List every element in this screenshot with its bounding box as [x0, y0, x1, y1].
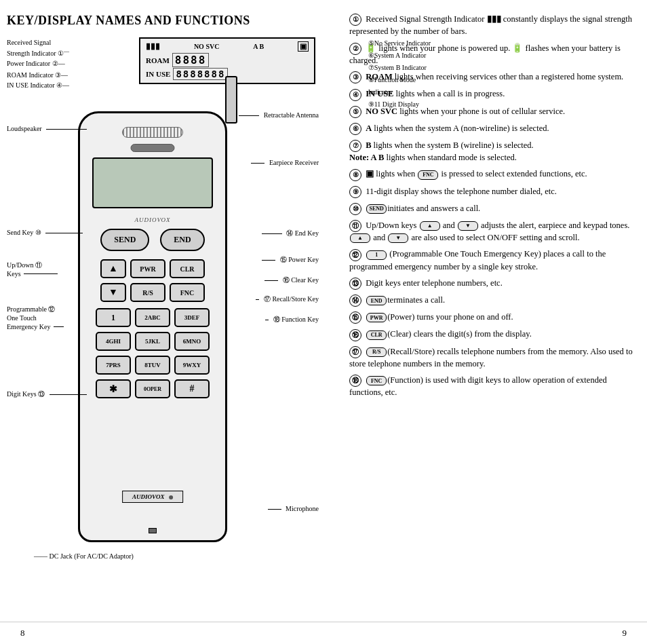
- label-11digit: ⑨11 Digit Display: [368, 98, 431, 111]
- end-button[interactable]: END: [160, 229, 204, 251]
- label-system-a: ⑥System A Indicator: [368, 50, 431, 62]
- label-clear-key: ⑯ Clear Key: [264, 276, 319, 285]
- left-column: KEY/DISPLAY NAMES AND FUNCTIONS Received…: [7, 14, 332, 615]
- key-2[interactable]: 2ABC: [135, 308, 170, 327]
- fnc-icon-8: FNC: [418, 170, 438, 180]
- rs-icon-17: R/S: [366, 347, 387, 357]
- desc-item-10: ⑩ SENDinitiates and answers a call.: [346, 203, 640, 215]
- up-icon-11: ▲: [420, 221, 440, 231]
- item-num-17: ⑰: [349, 346, 361, 358]
- key-star[interactable]: ✱: [96, 379, 131, 398]
- roam-display: ROAM: [146, 56, 170, 64]
- ab-indicator: A B: [253, 43, 264, 50]
- item-num-3: ③: [349, 71, 361, 83]
- microphone-label: AUDIOVOX: [122, 491, 183, 503]
- label-earpiece: Earpiece Receiver: [251, 159, 319, 166]
- label-power-indicator: Power Indicator ②—: [7, 58, 69, 69]
- key-rs[interactable]: R/S: [130, 283, 165, 302]
- send-button[interactable]: SEND: [100, 229, 149, 251]
- page-numbers: 8 9: [0, 622, 647, 644]
- display-right-labels: ⑤No Service Indicator ⑥System A Indicato…: [368, 37, 431, 111]
- end-icon-14: END: [366, 296, 387, 305]
- item-num-6: ⑥: [349, 123, 361, 135]
- one-icon-12: 1: [366, 250, 387, 260]
- item-num-2: ②: [349, 43, 361, 55]
- fnc-icon-18: FNC: [366, 376, 387, 385]
- keypad-row-5: 7PRS 8TUV 9WXY: [87, 356, 218, 375]
- seg-display-top: 8888: [172, 53, 210, 67]
- item-num-5: ⑤: [349, 106, 361, 118]
- pwr-icon-15: PWR: [366, 313, 387, 322]
- key-9[interactable]: 9WXY: [174, 356, 210, 375]
- signal-icon: ▮▮▮: [146, 41, 160, 52]
- audiovox-brand: AUDIOVOX: [132, 493, 165, 500]
- desc-item-7: ⑦ B lights when the system B (wireline) …: [346, 140, 640, 164]
- label-power-key: ⑮ Power Key: [262, 255, 319, 265]
- label-updown: Up/Down ⑪ Keys: [7, 261, 58, 278]
- desc-item-1: ① Received Signal Strength Indicator ▮▮▮…: [346, 14, 640, 38]
- key-5[interactable]: 5JKL: [135, 332, 170, 351]
- key-arrow-up[interactable]: ▲: [100, 259, 126, 278]
- key-1[interactable]: 1: [96, 308, 131, 327]
- send-icon-10: SEND: [366, 204, 387, 214]
- seg-display-bottom: 8888888: [173, 68, 228, 80]
- label-microphone: Microphone: [268, 505, 319, 512]
- item-num-10: ⑩: [349, 203, 361, 215]
- mic-dot: [169, 495, 173, 499]
- keypad-row-2: ▼ R/S FNC: [87, 283, 218, 302]
- key-arrow-down[interactable]: ▼: [100, 283, 126, 302]
- item-num-1: ①: [349, 14, 361, 26]
- label-loudspeaker: Loudspeaker: [7, 125, 87, 132]
- label-end-key: ⑭ End Key: [262, 229, 319, 238]
- item-num-8: ⑧: [349, 169, 361, 181]
- key-6[interactable]: 6MNO: [174, 332, 210, 351]
- display-row-top: ▮▮▮ NO SVC A B ▣: [143, 41, 311, 52]
- page-number-right: 9: [623, 628, 627, 639]
- label-no-svc: ⑤No Service Indicator: [368, 37, 431, 50]
- desc-item-15: ⑮ PWR(Power) turns your phone on and off…: [346, 311, 640, 324]
- desc-item-13: ⑬ Digit keys enter telephone numbers, et…: [346, 278, 640, 290]
- display-row-middle: ROAM 8888: [143, 53, 311, 67]
- item-num-9: ⑨: [349, 186, 361, 198]
- key-4[interactable]: 4GHI: [96, 332, 131, 351]
- desc-item-17: ⑰ R/S(Recall/Store) recalls telephone nu…: [346, 346, 640, 371]
- clr-icon-16: CLR: [366, 330, 387, 340]
- up-icon-11b: ▲: [350, 233, 370, 243]
- item-num-14: ⑭: [349, 295, 361, 307]
- item-num-7: ⑦: [349, 140, 361, 152]
- label-dc-jack: —— DC Jack (For AC/DC Adaptor): [34, 552, 134, 560]
- brand-label: AUDIOVOX: [134, 216, 170, 223]
- label-roam: ROAM Indicator ③—: [7, 70, 69, 80]
- fnc-indicator: ▣: [298, 41, 309, 52]
- down-icon-11: ▼: [458, 221, 478, 231]
- label-send-key: Send Key ⑩: [7, 229, 83, 236]
- send-end-row: SEND END: [90, 229, 215, 251]
- label-antenna: Retractable Antenna: [239, 111, 319, 119]
- desc-item-8: ⑧ ▣ lights when FNC is pressed to select…: [346, 168, 640, 181]
- key-fnc[interactable]: FNC: [170, 283, 205, 302]
- key-7[interactable]: 7PRS: [96, 356, 131, 375]
- label-digit-keys: Digit Keys ⑬: [7, 390, 87, 399]
- earpiece: [131, 144, 175, 152]
- inuse-display: IN USE: [146, 70, 170, 78]
- key-clr[interactable]: CLR: [170, 259, 205, 278]
- key-hash[interactable]: #: [174, 379, 210, 398]
- down-icon-11b: ▼: [388, 233, 408, 243]
- nosvc-indicator: NO SVC: [194, 43, 220, 50]
- key-pwr[interactable]: PWR: [130, 259, 165, 278]
- keypad-row-4: 4GHI 5JKL 6MNO: [87, 332, 218, 351]
- key-0[interactable]: 0OPER: [135, 379, 170, 398]
- label-inuse: IN USE Indicator ④—: [7, 80, 69, 90]
- label-fnc-mode: ⑧Function ModeIndicator: [368, 74, 431, 98]
- item-num-15: ⑮: [349, 311, 361, 324]
- label-recall-store: ⑰ Recall/Store Key: [256, 295, 319, 304]
- dc-jack: [149, 528, 157, 533]
- desc-item-9: ⑨ 11-digit display shows the telephone n…: [346, 186, 640, 198]
- label-system-b: ⑦System B Indicator: [368, 62, 431, 74]
- item-num-13: ⑬: [349, 278, 361, 290]
- key-3[interactable]: 3DEF: [174, 308, 210, 327]
- keypad-row-3: 1 2ABC 3DEF: [87, 308, 218, 327]
- key-8[interactable]: 8TUV: [135, 356, 170, 375]
- screen: [92, 157, 213, 208]
- item-num-11: ⑪: [349, 220, 361, 232]
